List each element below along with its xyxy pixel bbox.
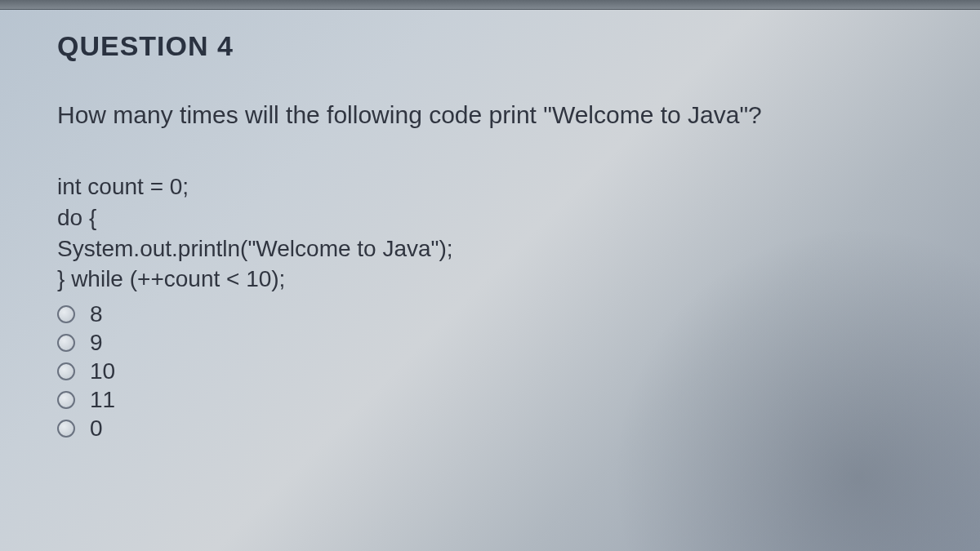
radio-icon[interactable] xyxy=(57,391,75,409)
option-row[interactable]: 10 xyxy=(57,358,923,384)
code-block: int count = 0; do { System.out.println("… xyxy=(57,171,923,295)
code-line-3: System.out.println("Welcome to Java"); xyxy=(57,233,923,264)
option-row[interactable]: 11 xyxy=(57,387,923,413)
option-label: 11 xyxy=(90,387,115,413)
option-row[interactable]: 9 xyxy=(57,330,923,356)
code-line-1: int count = 0; xyxy=(57,171,923,202)
option-label: 0 xyxy=(90,415,103,442)
code-line-4: } while (++count < 10); xyxy=(57,264,923,295)
window-top-bar xyxy=(0,0,980,10)
option-label: 9 xyxy=(90,330,103,356)
code-line-2: do { xyxy=(57,202,923,233)
question-container: QUESTION 4 How many times will the follo… xyxy=(0,10,980,464)
option-row[interactable]: 0 xyxy=(57,415,923,442)
radio-icon[interactable] xyxy=(57,362,75,380)
question-title: QUESTION 4 xyxy=(57,30,923,62)
options-list: 8 9 10 11 0 xyxy=(57,301,923,442)
radio-icon[interactable] xyxy=(57,305,75,323)
question-prompt: How many times will the following code p… xyxy=(57,99,923,131)
radio-icon[interactable] xyxy=(57,420,75,438)
option-row[interactable]: 8 xyxy=(57,301,923,327)
option-label: 8 xyxy=(90,301,103,327)
option-label: 10 xyxy=(90,358,115,384)
radio-icon[interactable] xyxy=(57,334,75,352)
